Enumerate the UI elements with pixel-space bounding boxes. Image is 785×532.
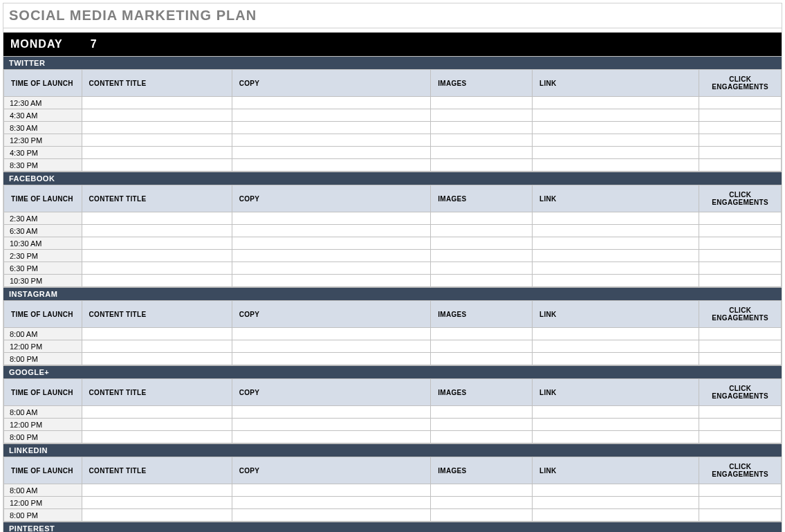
cell-time[interactable]: 10:30 PM [4, 275, 82, 287]
cell-images[interactable] [431, 353, 533, 365]
cell-clicks[interactable] [699, 509, 782, 522]
cell-content_title[interactable] [82, 212, 232, 225]
cell-images[interactable] [431, 225, 533, 237]
cell-copy[interactable] [232, 509, 431, 522]
cell-time[interactable]: 8:00 AM [4, 406, 82, 419]
cell-copy[interactable] [232, 431, 431, 443]
cell-images[interactable] [431, 262, 533, 275]
cell-content_title[interactable] [82, 406, 232, 419]
cell-images[interactable] [431, 250, 533, 262]
cell-content_title[interactable] [82, 497, 232, 509]
cell-content_title[interactable] [82, 328, 232, 340]
cell-copy[interactable] [232, 109, 431, 122]
cell-clicks[interactable] [699, 147, 782, 159]
cell-clicks[interactable] [699, 484, 782, 497]
cell-copy[interactable] [232, 212, 431, 225]
cell-content_title[interactable] [82, 159, 232, 172]
cell-images[interactable] [431, 406, 533, 419]
cell-images[interactable] [431, 328, 533, 340]
cell-clicks[interactable] [699, 340, 782, 353]
cell-images[interactable] [431, 275, 533, 287]
cell-content_title[interactable] [82, 275, 232, 287]
cell-images[interactable] [431, 484, 533, 497]
cell-content_title[interactable] [82, 509, 232, 522]
cell-link[interactable] [533, 159, 699, 172]
cell-content_title[interactable] [82, 431, 232, 443]
cell-images[interactable] [431, 497, 533, 509]
cell-images[interactable] [431, 419, 533, 431]
cell-time[interactable]: 12:00 PM [4, 340, 82, 353]
cell-copy[interactable] [232, 406, 431, 419]
cell-link[interactable] [533, 237, 699, 250]
cell-images[interactable] [431, 97, 533, 109]
cell-images[interactable] [431, 212, 533, 225]
cell-link[interactable] [533, 122, 699, 134]
cell-images[interactable] [431, 431, 533, 443]
cell-copy[interactable] [232, 237, 431, 250]
cell-images[interactable] [431, 237, 533, 250]
cell-clicks[interactable] [699, 212, 782, 225]
cell-copy[interactable] [232, 497, 431, 509]
cell-copy[interactable] [232, 340, 431, 353]
cell-time[interactable]: 2:30 AM [4, 212, 82, 225]
cell-link[interactable] [533, 262, 699, 275]
cell-content_title[interactable] [82, 484, 232, 497]
cell-clicks[interactable] [699, 497, 782, 509]
cell-link[interactable] [533, 353, 699, 365]
cell-clicks[interactable] [699, 97, 782, 109]
cell-link[interactable] [533, 109, 699, 122]
cell-link[interactable] [533, 484, 699, 497]
cell-link[interactable] [533, 497, 699, 509]
cell-time[interactable]: 2:30 PM [4, 250, 82, 262]
cell-copy[interactable] [232, 275, 431, 287]
cell-clicks[interactable] [699, 353, 782, 365]
cell-link[interactable] [533, 340, 699, 353]
cell-content_title[interactable] [82, 419, 232, 431]
cell-time[interactable]: 4:30 AM [4, 109, 82, 122]
cell-copy[interactable] [232, 97, 431, 109]
cell-link[interactable] [533, 509, 699, 522]
cell-link[interactable] [533, 225, 699, 237]
cell-content_title[interactable] [82, 340, 232, 353]
cell-images[interactable] [431, 509, 533, 522]
cell-content_title[interactable] [82, 250, 232, 262]
cell-time[interactable]: 6:30 PM [4, 262, 82, 275]
cell-time[interactable]: 8:00 AM [4, 484, 82, 497]
cell-images[interactable] [431, 340, 533, 353]
cell-copy[interactable] [232, 122, 431, 134]
cell-copy[interactable] [232, 147, 431, 159]
cell-link[interactable] [533, 97, 699, 109]
cell-content_title[interactable] [82, 147, 232, 159]
cell-images[interactable] [431, 134, 533, 147]
cell-time[interactable]: 8:00 AM [4, 328, 82, 340]
cell-time[interactable]: 8:30 AM [4, 122, 82, 134]
cell-content_title[interactable] [82, 225, 232, 237]
cell-content_title[interactable] [82, 237, 232, 250]
cell-copy[interactable] [232, 159, 431, 172]
cell-copy[interactable] [232, 484, 431, 497]
cell-link[interactable] [533, 250, 699, 262]
cell-link[interactable] [533, 275, 699, 287]
cell-link[interactable] [533, 419, 699, 431]
cell-content_title[interactable] [82, 122, 232, 134]
cell-link[interactable] [533, 147, 699, 159]
cell-clicks[interactable] [699, 250, 782, 262]
cell-link[interactable] [533, 406, 699, 419]
cell-copy[interactable] [232, 262, 431, 275]
cell-time[interactable]: 12:30 PM [4, 134, 82, 147]
cell-content_title[interactable] [82, 97, 232, 109]
cell-clicks[interactable] [699, 134, 782, 147]
cell-time[interactable]: 8:30 PM [4, 159, 82, 172]
cell-clicks[interactable] [699, 328, 782, 340]
cell-time[interactable]: 12:00 PM [4, 497, 82, 509]
cell-clicks[interactable] [699, 109, 782, 122]
cell-time[interactable]: 4:30 PM [4, 147, 82, 159]
cell-link[interactable] [533, 134, 699, 147]
cell-images[interactable] [431, 147, 533, 159]
cell-link[interactable] [533, 431, 699, 443]
cell-content_title[interactable] [82, 353, 232, 365]
cell-time[interactable]: 12:30 AM [4, 97, 82, 109]
cell-copy[interactable] [232, 134, 431, 147]
cell-time[interactable]: 8:00 PM [4, 509, 82, 522]
cell-content_title[interactable] [82, 262, 232, 275]
